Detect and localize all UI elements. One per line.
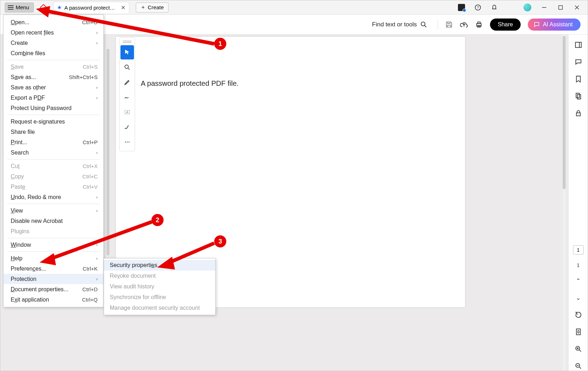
more-tools[interactable] <box>120 135 134 149</box>
page-down-icon[interactable]: ⌄ <box>574 293 583 302</box>
search-icon <box>420 21 428 28</box>
create-label: Create <box>148 4 164 10</box>
svg-rect-9 <box>478 22 480 23</box>
select-tool[interactable] <box>120 45 134 59</box>
apps-grid-icon[interactable] <box>507 4 514 11</box>
menu-open-recent[interactable]: Open recent files› <box>4 27 103 38</box>
lock-icon[interactable] <box>574 109 583 118</box>
zoom-out-icon[interactable] <box>574 361 583 371</box>
pages-icon[interactable] <box>574 92 583 101</box>
print-icon[interactable] <box>475 21 483 28</box>
menu-save-as[interactable]: Save as...Shift+Ctrl+S <box>4 72 103 82</box>
menu-window[interactable]: Window› <box>4 240 103 250</box>
menu-protection[interactable]: Protection› <box>4 274 103 284</box>
textbox-tool[interactable]: A <box>120 105 134 119</box>
floating-toolbar[interactable]: A <box>119 37 135 151</box>
highlighter-tool[interactable] <box>120 75 134 89</box>
menu-undo-redo[interactable]: Undo, Redo & more› <box>4 192 103 202</box>
svg-text:?: ? <box>477 5 479 10</box>
menu-print[interactable]: Print...Ctrl+P <box>4 137 103 147</box>
menu-document-properties[interactable]: Document properties...Ctrl+D <box>4 284 103 294</box>
menu-exit[interactable]: Exit applicationCtrl+Q <box>4 294 103 305</box>
menu-paste: PasteCtrl+V <box>4 182 103 192</box>
zoom-in-icon[interactable] <box>574 344 583 354</box>
share-label: Share <box>498 21 513 27</box>
svg-line-12 <box>128 68 130 70</box>
menu-button[interactable]: Menu <box>5 2 34 12</box>
submenu-manage-security-account: Manage document security account <box>104 303 215 313</box>
rotate-icon[interactable] <box>574 310 583 319</box>
separator <box>438 20 438 29</box>
bookmark-icon[interactable] <box>574 74 583 84</box>
ai-assistant-button[interactable]: AI Assistant <box>528 19 581 31</box>
plus-icon: ＋ <box>140 4 146 11</box>
svg-rect-23 <box>576 329 580 335</box>
zoom-tool[interactable] <box>120 60 134 74</box>
thumbnail-scrollbar[interactable] <box>107 49 109 255</box>
window-minimize-icon[interactable] <box>541 4 548 11</box>
svg-rect-20 <box>576 93 579 98</box>
menu-save: SaveCtrl+S <box>4 62 103 72</box>
save-icon[interactable] <box>445 21 453 28</box>
svg-point-16 <box>127 142 128 143</box>
menu-preferences[interactable]: Preferences...Ctrl+K <box>4 263 103 274</box>
main-menu: Open...Ctrl+O Open recent files› Create›… <box>3 15 104 307</box>
sign-tool[interactable] <box>120 120 134 134</box>
hamburger-icon <box>8 5 14 10</box>
submenu-synchronize-offline: Synchronize for offline <box>104 292 215 303</box>
menu-share-file[interactable]: Share file <box>4 127 103 137</box>
page-number-input[interactable] <box>573 245 584 255</box>
document-viewport[interactable]: A password protected PDF file. <box>111 35 566 371</box>
menu-create[interactable]: Create› <box>4 38 103 48</box>
window-close-icon[interactable] <box>573 4 581 11</box>
share-button[interactable]: Share <box>490 19 521 31</box>
menu-help[interactable]: Help› <box>4 253 103 263</box>
help-icon[interactable]: ? <box>474 4 481 11</box>
menu-save-other[interactable]: Save as other› <box>4 82 103 93</box>
draw-tool[interactable] <box>120 90 134 104</box>
separator <box>7 159 100 160</box>
page-up-icon[interactable]: ⌃ <box>574 276 583 285</box>
comments-icon[interactable] <box>574 57 583 67</box>
cloud-upload-icon[interactable] <box>460 21 468 28</box>
fit-page-icon[interactable] <box>574 327 583 336</box>
window-maximize-icon[interactable] <box>557 4 564 11</box>
separator <box>7 238 100 238</box>
bell-icon[interactable] <box>491 4 498 11</box>
submenu-revoke-document: Revoke document <box>104 271 215 281</box>
menu-request-esignatures[interactable]: Request e-signatures <box>4 116 103 127</box>
ai-label: AI Assistant <box>543 21 573 28</box>
drag-grip-icon[interactable] <box>123 41 131 43</box>
tab-close-icon[interactable]: ✕ <box>121 4 125 11</box>
chat-icon <box>533 21 540 28</box>
submenu-security-properties[interactable]: Security properties <box>104 260 215 271</box>
menu-view[interactable]: View› <box>4 205 103 216</box>
right-rail: 1 ⌃ ⌄ <box>568 35 588 371</box>
page-total: 1 <box>577 262 580 268</box>
svg-rect-21 <box>577 94 581 99</box>
tools-indicator-icon[interactable] <box>458 4 465 11</box>
menu-cut: CutCtrl+X <box>4 161 103 171</box>
separator <box>7 115 100 115</box>
menu-protect-password[interactable]: Protect Using Password <box>4 103 103 113</box>
home-icon[interactable] <box>40 4 47 11</box>
menu-search[interactable]: Search› <box>4 147 103 158</box>
svg-rect-22 <box>576 113 580 116</box>
find-tools[interactable]: Find text or tools <box>372 21 428 28</box>
create-button[interactable]: ＋ Create <box>136 2 169 12</box>
find-label: Find text or tools <box>372 21 417 28</box>
menu-open[interactable]: Open...Ctrl+O <box>4 17 103 27</box>
svg-line-29 <box>579 367 581 369</box>
document-tab[interactable]: ★ A password protected P... ✕ <box>53 2 129 13</box>
vertical-scrollbar[interactable] <box>563 35 566 371</box>
panel-toggle-icon[interactable] <box>574 40 583 49</box>
menu-export-pdf[interactable]: Export a PDF› <box>4 93 103 103</box>
submenu-view-audit-history: View audit history <box>104 281 215 292</box>
menu-disable-new-acrobat[interactable]: Disable new Acrobat <box>4 216 103 226</box>
menu-plugins: Plugins <box>4 226 103 236</box>
svg-rect-3 <box>559 5 563 9</box>
svg-text:A: A <box>126 110 128 114</box>
menu-combine[interactable]: Combine files <box>4 48 103 58</box>
avatar-icon[interactable] <box>523 4 531 11</box>
menu-button-label: Menu <box>16 4 29 10</box>
